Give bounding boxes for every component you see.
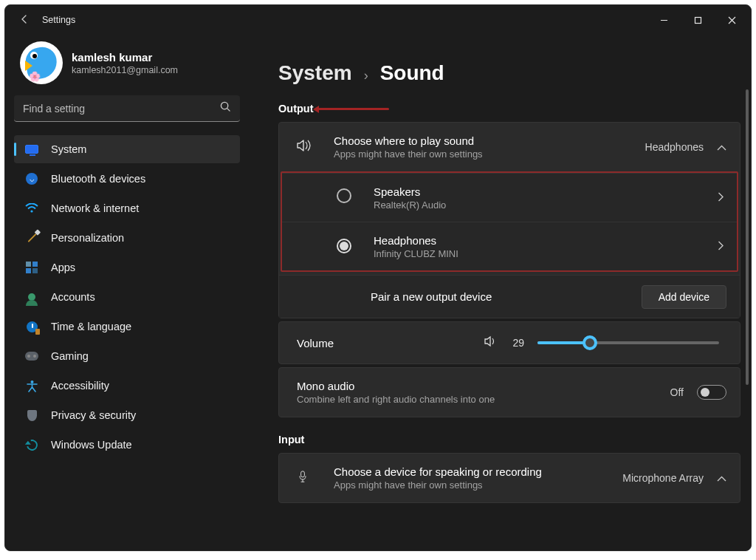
svg-point-5 [30, 380, 33, 383]
settings-window: Settings 🌸 kamlesh kumar kamlesh2011@gma… [4, 4, 752, 551]
close-icon [728, 16, 736, 24]
svg-point-4 [30, 210, 32, 212]
speaker-icon [297, 139, 319, 156]
sidebar-item-accounts[interactable]: Accounts [14, 283, 240, 311]
annotation-arrow [318, 108, 389, 110]
back-button[interactable] [13, 13, 36, 27]
chevron-up-icon [717, 141, 726, 153]
breadcrumb-current: Sound [380, 61, 444, 85]
close-button[interactable] [715, 8, 748, 32]
device-headphones-row[interactable]: Headphones Infinity CLUBZ MINI [282, 222, 737, 270]
avatar: 🌸 [20, 41, 63, 84]
nav: System ⌵ Bluetooth & devices Network & i… [14, 135, 240, 459]
mono-state: Off [670, 386, 684, 398]
sidebar-item-bluetooth[interactable]: ⌵ Bluetooth & devices [14, 165, 240, 193]
profile[interactable]: 🌸 kamlesh kumar kamlesh2011@gmail.com [14, 39, 240, 91]
sidebar-item-accessibility[interactable]: Accessibility [14, 372, 240, 400]
person-icon [23, 293, 41, 301]
profile-name: kamlesh kumar [72, 51, 178, 64]
sidebar-item-system[interactable]: System [14, 135, 240, 163]
volume-card: Volume 29 [278, 321, 740, 364]
monitor-icon [23, 145, 41, 154]
accessibility-icon [23, 380, 41, 392]
breadcrumb-parent[interactable]: System [278, 61, 352, 85]
maximize-button[interactable] [681, 8, 714, 32]
breadcrumb: System › Sound [278, 61, 740, 85]
shield-icon [23, 410, 41, 421]
choose-output-row[interactable]: Choose where to play sound Apps might ha… [279, 123, 740, 171]
input-value: Microphone Array [622, 472, 704, 484]
apps-icon [23, 262, 41, 273]
back-icon [18, 13, 30, 25]
minimize-icon [660, 16, 668, 24]
chevron-up-icon [717, 472, 726, 484]
chevron-right-icon [718, 241, 724, 253]
bluetooth-icon: ⌵ [23, 173, 41, 185]
breadcrumb-sep: › [364, 68, 368, 83]
add-device-button[interactable]: Add device [642, 285, 726, 309]
sidebar-item-privacy[interactable]: Privacy & security [14, 401, 240, 429]
svg-point-2 [221, 102, 227, 109]
main: System › Sound Output Choose where to pl… [249, 35, 751, 550]
titlebar: Settings [5, 5, 751, 35]
update-icon [23, 440, 41, 451]
svg-rect-1 [695, 17, 701, 23]
mono-audio-card: Mono audio Combine left and right audio … [278, 367, 740, 417]
device-speakers-row[interactable]: Speakers Realtek(R) Audio [282, 173, 737, 222]
volume-slider[interactable] [537, 341, 719, 344]
minimize-button[interactable] [647, 8, 680, 32]
clock-icon [23, 321, 41, 332]
mono-toggle[interactable] [697, 385, 726, 400]
sidebar-item-personalization[interactable]: Personalization [14, 224, 240, 252]
microphone-icon [297, 471, 319, 486]
sidebar-item-update[interactable]: Windows Update [14, 431, 240, 459]
sidebar: 🌸 kamlesh kumar kamlesh2011@gmail.com Sy… [5, 35, 249, 550]
sidebar-item-apps[interactable]: Apps [14, 253, 240, 281]
radio-checked-icon[interactable] [337, 239, 359, 254]
scrollbar[interactable] [745, 89, 749, 543]
sidebar-item-gaming[interactable]: Gaming [14, 342, 240, 370]
volume-value: 29 [512, 337, 524, 349]
search-input[interactable] [14, 95, 240, 122]
gamepad-icon [23, 352, 41, 361]
output-card: Choose where to play sound Apps might ha… [278, 122, 740, 318]
sidebar-item-time[interactable]: Time & language [14, 313, 240, 341]
search-icon [220, 101, 231, 115]
window-title: Settings [42, 15, 647, 25]
svg-rect-6 [301, 471, 305, 477]
maximize-icon [694, 16, 702, 24]
radio-unchecked-icon[interactable] [337, 188, 359, 207]
section-label-output: Output [278, 103, 740, 115]
output-value: Headphones [645, 141, 704, 153]
pair-device-row: Pair a new output device Add device [279, 275, 740, 318]
sidebar-item-network[interactable]: Network & internet [14, 194, 240, 222]
volume-icon[interactable] [484, 335, 498, 350]
section-label-input: Input [278, 434, 740, 445]
brush-icon [23, 237, 41, 239]
chevron-right-icon [718, 192, 724, 204]
profile-email: kamlesh2011@gmail.com [72, 65, 178, 75]
volume-label: Volume [297, 337, 484, 349]
svg-line-3 [227, 109, 230, 111]
choose-input-row[interactable]: Choose a device for speaking or recordin… [279, 454, 740, 502]
wifi-icon [23, 203, 41, 214]
annotation-box: Speakers Realtek(R) Audio Headphones Inf… [281, 171, 738, 272]
input-card: Choose a device for speaking or recordin… [278, 453, 740, 503]
